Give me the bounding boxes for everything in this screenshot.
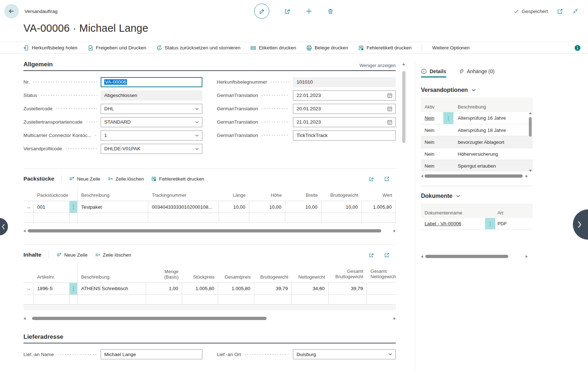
col-hoehe[interactable]: Höhe xyxy=(249,187,285,201)
row-menu-button[interactable]: ⋮ xyxy=(443,112,453,124)
back-button[interactable] xyxy=(4,4,19,18)
document-link[interactable]: Label - VA-00006 xyxy=(421,221,485,226)
scroll-down-arrow[interactable] xyxy=(529,170,532,172)
empty-cell[interactable] xyxy=(218,295,254,305)
col-dokumentenname[interactable]: Dokumentenname xyxy=(421,210,485,216)
date-input-2[interactable]: 20.01.2023 xyxy=(293,104,396,114)
row-menu-button[interactable]: ⋮ xyxy=(70,283,78,295)
scrollbar-thumb[interactable] xyxy=(425,174,523,178)
scroll-right-arrow[interactable] xyxy=(526,255,528,258)
info-button[interactable] xyxy=(574,45,581,51)
aktiv-value[interactable]: Nein xyxy=(421,128,443,133)
scroll-right-arrow[interactable] xyxy=(394,230,396,232)
tab-attachments[interactable]: Anhänge (0) xyxy=(458,68,495,74)
scroll-up-arrow[interactable] xyxy=(529,112,532,114)
lief-an-name-input[interactable]: Michael Lange xyxy=(101,349,202,359)
col-gesamt-nettogewicht[interactable]: Gesamt Nettogewicht xyxy=(367,263,396,283)
aktiv-value[interactable]: Nein xyxy=(421,139,443,145)
document-type[interactable]: PDF xyxy=(495,221,533,226)
scrollbar-thumb[interactable] xyxy=(529,117,532,137)
cell-trackingnummer[interactable]: 003404333330102000108... xyxy=(148,201,219,213)
cell-gesamt-bruttogewicht[interactable]: 39,79 xyxy=(329,283,367,295)
col-breite[interactable]: Breite xyxy=(285,187,321,201)
cell-menge[interactable]: 1,00 xyxy=(146,283,182,295)
empty-cell[interactable] xyxy=(34,295,70,305)
action-print-labels[interactable]: Etiketten drucken xyxy=(250,45,296,51)
scrollbar-thumb[interactable] xyxy=(402,71,405,143)
share-button[interactable] xyxy=(284,8,291,15)
contents-open-in-excel-button[interactable] xyxy=(384,252,390,258)
empty-cell[interactable] xyxy=(219,213,249,223)
empty-cell[interactable] xyxy=(34,213,70,223)
zustellercode-dropdown[interactable]: DHL xyxy=(101,104,202,114)
col-beschreibung[interactable]: Beschreibung xyxy=(453,104,524,110)
transportart-dropdown[interactable]: STANDARD xyxy=(101,117,202,127)
col-laenge[interactable]: Länge xyxy=(219,187,249,201)
scroll-left-arrow[interactable] xyxy=(23,317,26,320)
empty-cell[interactable] xyxy=(78,213,148,223)
scrollbar-thumb[interactable] xyxy=(28,229,381,232)
action-more-options[interactable]: Weitere Optionen xyxy=(432,45,470,50)
scroll-left-arrow[interactable] xyxy=(23,230,26,232)
cell-beschreibung[interactable]: ATHENS Schreibtisch xyxy=(78,283,146,295)
aktiv-value[interactable]: Nein xyxy=(421,115,443,121)
edit-button[interactable] xyxy=(254,4,269,19)
documents-title[interactable]: Dokumente xyxy=(421,193,533,199)
option-description[interactable]: Altersprüfung 16 Jahre xyxy=(453,115,524,121)
action-get-source-document[interactable]: Herkunftsbeleg holen xyxy=(23,45,78,51)
shipping-options-title[interactable]: Versandoptionen xyxy=(421,87,588,93)
col-nettogewicht[interactable]: Nettogewicht xyxy=(292,263,329,283)
cell-bruttogewicht[interactable]: 10,00 xyxy=(321,201,362,213)
aktiv-value[interactable]: Nein xyxy=(421,163,443,169)
col-gesamt-bruttogewicht[interactable]: Gesamt Bruttogewicht xyxy=(329,263,367,283)
col-bruttogewicht[interactable]: Bruttogewicht xyxy=(254,263,292,283)
cell-stueckpreis[interactable]: 1.005,80 xyxy=(182,283,218,295)
empty-cell[interactable] xyxy=(78,295,146,305)
cell-nettogewicht[interactable]: 34,60 xyxy=(292,283,329,295)
scroll-right-arrow[interactable] xyxy=(526,175,528,178)
empty-cell[interactable] xyxy=(367,295,396,305)
show-less-link[interactable]: Weniger anzeigen xyxy=(359,63,396,68)
new-button[interactable] xyxy=(306,8,313,15)
contents-share-button[interactable] xyxy=(368,252,374,258)
lief-an-ort-dropdown[interactable]: Duisburg xyxy=(293,349,396,359)
packages-new-line-button[interactable]: Neue Zeile xyxy=(69,176,100,182)
col-menge-basis[interactable]: Menge (Basis) xyxy=(146,263,182,283)
col-stueckpreis[interactable]: Stückpreis xyxy=(182,263,218,283)
empty-cell[interactable] xyxy=(182,295,218,305)
action-release-and-print[interactable]: Freigeben und Drucken xyxy=(88,45,146,51)
delete-button[interactable] xyxy=(327,8,334,15)
col-beschreibung[interactable]: Beschreibung xyxy=(78,263,146,283)
versandprofilcode-dropdown[interactable]: DHLDE-V01PAK xyxy=(101,144,202,154)
germantranslation-input[interactable]: TickTrickTrack xyxy=(293,130,396,141)
col-packstueckcode[interactable]: Packstückcode xyxy=(34,187,70,201)
empty-cell[interactable] xyxy=(329,295,367,305)
breadcrumb[interactable]: Versandauftrag xyxy=(25,9,58,14)
nr-input[interactable]: VA-00006 xyxy=(101,77,202,87)
cell-bruttogewicht[interactable]: 39,79 xyxy=(254,283,292,295)
option-description[interactable]: Sperrgut erlauben xyxy=(453,163,524,169)
empty-cell[interactable] xyxy=(362,213,396,223)
cell-gesamt-nettogewicht[interactable] xyxy=(367,283,396,295)
empty-cell[interactable] xyxy=(254,295,292,305)
scrollbar-thumb[interactable] xyxy=(425,255,508,258)
aktiv-value[interactable]: Nein xyxy=(421,151,443,157)
scrollbar-thumb[interactable] xyxy=(32,317,267,320)
collapse-button[interactable] xyxy=(572,8,579,14)
cell-beschreibung[interactable]: Testpaket xyxy=(78,201,148,213)
col-trackingnummer[interactable]: Trackingnummer xyxy=(148,187,219,201)
option-description[interactable]: Altersprüfung 18 Jahre xyxy=(453,128,524,133)
col-artikelnr[interactable]: Artikelnr. xyxy=(34,263,70,283)
cell-packstueckcode[interactable]: 001 xyxy=(34,201,70,213)
packages-delete-line-button[interactable]: Zeile löschen xyxy=(107,176,144,182)
popout-button[interactable] xyxy=(557,8,563,15)
empty-cell[interactable] xyxy=(148,213,219,223)
col-aktiv[interactable]: Aktiv xyxy=(421,104,443,110)
option-description[interactable]: bevorzugter Ablageort xyxy=(453,139,524,145)
col-bruttogewicht[interactable]: Bruttogewicht xyxy=(321,187,362,201)
cell-artikelnr[interactable]: 1896-S xyxy=(34,283,70,295)
date-input-1[interactable]: 22.01.2023 xyxy=(293,90,396,101)
empty-cell[interactable] xyxy=(321,213,362,223)
action-print-error-label[interactable]: Fehleretikett drucken xyxy=(358,45,412,51)
scroll-left-arrow[interactable] xyxy=(421,175,423,178)
